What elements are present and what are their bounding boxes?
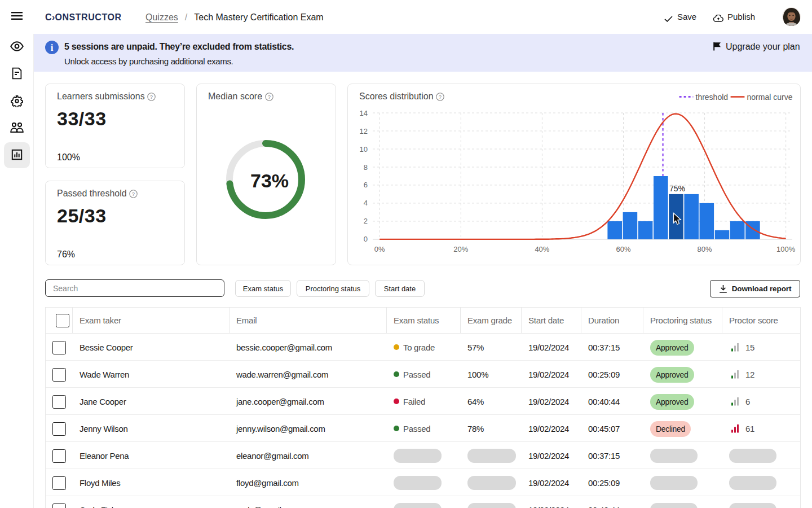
svg-text:?: ? (267, 93, 270, 99)
svg-text:2: 2 (364, 217, 368, 225)
svg-text:0: 0 (364, 235, 368, 243)
svg-text:6: 6 (364, 181, 368, 189)
svg-text:threshold: threshold (696, 93, 729, 102)
svg-text:20%: 20% (453, 245, 468, 253)
svg-text:75%: 75% (669, 184, 685, 193)
svg-text:60%: 60% (616, 245, 630, 253)
svg-text:?: ? (439, 93, 442, 99)
svg-text:?: ? (150, 93, 153, 99)
svg-text:14: 14 (360, 109, 368, 117)
svg-text:100%: 100% (776, 245, 796, 253)
svg-text:i: i (51, 42, 54, 53)
svg-text:8: 8 (364, 163, 368, 172)
svg-text:0%: 0% (374, 245, 385, 253)
svg-text:80%: 80% (698, 245, 712, 253)
svg-text:?: ? (132, 190, 135, 196)
svg-text:12: 12 (360, 127, 368, 135)
svg-text:40%: 40% (535, 245, 549, 253)
svg-text:normal curve: normal curve (747, 93, 793, 102)
svg-text:10: 10 (360, 145, 368, 154)
svg-text:4: 4 (364, 199, 368, 207)
